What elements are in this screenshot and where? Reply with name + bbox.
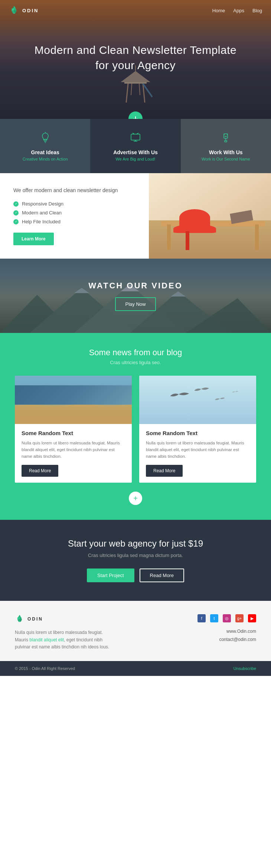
cta-subtitle: Cras ultricies ligula sed magna dictum p… <box>15 553 256 558</box>
feature-advertise: Advertise With Us We Are Big and Loud! <box>90 119 180 173</box>
blog-card-1: Some Random Text Nulla quis lorem ut lib… <box>15 376 132 483</box>
instagram-icon[interactable]: ◎ <box>223 614 231 622</box>
svg-rect-38 <box>15 376 132 424</box>
svg-line-1 <box>126 84 128 103</box>
features-row: Great Ideas Creative Minds on Action Adv… <box>0 119 271 173</box>
footer-links: www.Odin.com contact@odin.com <box>197 628 256 644</box>
about-description: We offer modern and clean newsletter des… <box>13 187 136 194</box>
blog-card-image-2 <box>139 376 256 424</box>
googleplus-icon[interactable]: g+ <box>235 614 244 622</box>
feature-subtitle-3: Work is Our Second Name <box>188 157 264 161</box>
logo-text: ODIN <box>22 8 39 13</box>
social-icons: f t ◎ g+ ▶ <box>197 614 256 622</box>
nav-blog[interactable]: Blog <box>252 8 262 13</box>
footer-copyright: © 2015 - Odin All Right Reserved <box>15 666 75 671</box>
play-now-button[interactable]: Play Now <box>115 297 156 311</box>
footer-email: contact@odin.com <box>197 636 256 644</box>
about-image <box>149 173 271 259</box>
read-more-button-2[interactable]: Read More <box>146 465 183 477</box>
hero-content: Modern and Clean Newsletter Template for… <box>27 43 244 73</box>
feature-title-2: Advertise With Us <box>98 149 173 155</box>
list-item-3: Help File Included <box>13 219 136 224</box>
twitter-icon[interactable]: t <box>210 614 218 622</box>
svg-rect-26 <box>225 140 227 142</box>
start-project-button[interactable]: Start Project <box>87 569 134 582</box>
youtube-icon[interactable]: ▶ <box>248 614 256 622</box>
add-more-button[interactable]: + <box>129 492 142 505</box>
feature-subtitle-1: Creative Minds on Action <box>7 157 83 161</box>
blog-card-body-2: Some Random Text Nulla quis lorem ut lib… <box>139 424 256 483</box>
learn-more-button[interactable]: Learn More <box>13 233 54 245</box>
list-item-1: Responsive Design <box>13 201 136 207</box>
blog-card-image-1 <box>15 376 132 424</box>
video-overlay <box>0 259 271 333</box>
hero-title: Modern and Clean Newsletter Template for… <box>27 43 244 73</box>
footer-logo-text: ODIN <box>27 616 43 622</box>
footer-main: ODIN Nulla quis lorem ut libero malesuad… <box>0 601 271 661</box>
footer-left: ODIN Nulla quis lorem ut libero malesuad… <box>15 614 111 651</box>
blog-card-heading-1: Some Random Text <box>22 430 125 436</box>
about-text: We offer modern and clean newsletter des… <box>0 173 149 259</box>
logo-area: ODIN <box>9 5 39 16</box>
footer-description: Nulla quis lorem ut libero malesuada feu… <box>15 629 111 651</box>
cta-title: Start your web agency for just $19 <box>15 538 256 549</box>
feature-work: Work With Us Work is Our Second Name <box>181 119 271 173</box>
nav-links: Home Apps Blog <box>212 8 262 13</box>
svg-rect-15 <box>44 139 47 140</box>
svg-line-3 <box>131 84 132 95</box>
svg-rect-39 <box>139 376 256 424</box>
feature-great-ideas: Great Ideas Creative Minds on Action <box>0 119 90 173</box>
nav-apps[interactable]: Apps <box>233 8 244 13</box>
footer-bottom: © 2015 - Odin All Right Reserved Unsubsc… <box>0 661 271 676</box>
feature-title-3: Work With Us <box>188 149 264 155</box>
footer-website: www.Odin.com <box>197 628 256 636</box>
cta-read-more-button[interactable]: Read More <box>140 569 184 582</box>
list-item-2: Modern and Clean <box>13 210 136 216</box>
check-icon-1 <box>13 201 19 207</box>
lamp-icon <box>7 131 83 144</box>
about-section: We offer modern and clean newsletter des… <box>0 173 271 259</box>
feature-title-1: Great Ideas <box>7 149 83 155</box>
about-list: Responsive Design Modern and Clean Help … <box>13 201 136 224</box>
check-icon-2 <box>13 210 19 216</box>
blog-card-2: Some Random Text Nulla quis lorem ut lib… <box>139 376 256 483</box>
svg-rect-19 <box>131 134 140 140</box>
blog-card-text-1: Nulla quis lorem ut libero malesuada feu… <box>22 440 125 460</box>
nav-home[interactable]: Home <box>212 8 225 13</box>
footer-link[interactable]: blandit aliquet elit <box>29 637 64 642</box>
svg-line-4 <box>139 84 140 95</box>
blog-title: Some news from our blog <box>15 348 256 357</box>
read-more-button-1[interactable]: Read More <box>22 465 58 477</box>
video-title: WATCH OUR VIDEO <box>88 281 183 291</box>
check-icon-3 <box>13 219 19 224</box>
footer-right: f t ◎ g+ ▶ www.Odin.com contact@odin.com <box>197 614 256 644</box>
blog-subtitle: Cras ultricies ligula seo. <box>15 360 256 365</box>
logo-icon <box>9 5 19 16</box>
cta-section: Start your web agency for just $19 Cras … <box>0 520 271 601</box>
blog-cards: Some Random Text Nulla quis lorem ut lib… <box>15 376 256 483</box>
navbar: ODIN Home Apps Blog <box>0 0 271 21</box>
blog-card-body-1: Some Random Text Nulla quis lorem ut lib… <box>15 424 132 483</box>
blog-card-text-2: Nulla quis lorem ut libero malesuada feu… <box>146 440 249 460</box>
unsubscribe-link[interactable]: Unsubscribe <box>234 666 256 671</box>
blog-section: Some news from our blog Cras ultricies l… <box>0 333 271 520</box>
tv-icon <box>98 131 173 144</box>
footer-logo-icon <box>15 614 25 624</box>
blog-card-heading-2: Some Random Text <box>146 430 249 436</box>
facebook-icon[interactable]: f <box>197 614 206 622</box>
video-section: WATCH OUR VIDEO Play Now <box>0 259 271 333</box>
cta-buttons: Start Project Read More <box>15 569 256 582</box>
footer-logo: ODIN <box>15 614 111 624</box>
feature-subtitle-2: We Are Big and Loud! <box>98 157 173 161</box>
plug-icon <box>188 131 264 144</box>
hero-section: ODIN Home Apps Blog Modern and Clean New… <box>0 0 271 119</box>
